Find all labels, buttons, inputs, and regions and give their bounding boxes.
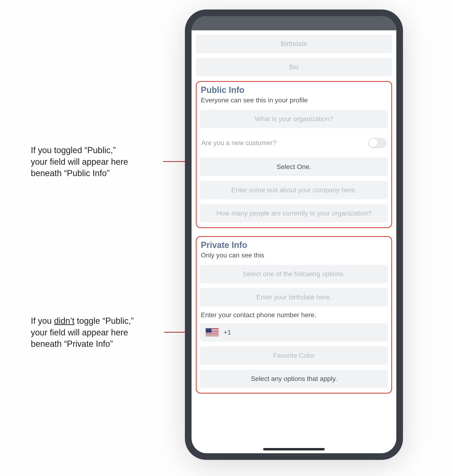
field-label: Select any options that apply. (251, 375, 337, 383)
private-info-subtitle: Only you can see this (200, 251, 388, 259)
annotation-text: your field will appear here (31, 328, 128, 337)
people-count-input[interactable]: How many people are currently in your or… (200, 204, 388, 223)
annotation-text: If you toggled “Public,” (31, 145, 116, 155)
field-label: Select One. (277, 163, 311, 171)
new-customer-row: Are you a new customer? (200, 133, 388, 153)
annotation-text: toggle “Public,” (74, 316, 134, 326)
private-info-title: Private Info (200, 240, 388, 250)
phone-label: Enter your contact phone number here. (200, 311, 388, 319)
annotation-public: If you toggled “Public,” your field will… (31, 145, 163, 179)
annotation-text: your field will appear here (31, 157, 128, 167)
private-info-section: Private Info Only you can see this Selec… (196, 236, 392, 393)
field-label: Birthdate (281, 40, 307, 48)
placeholder-text: Enter your birthdate here. (256, 293, 332, 301)
phone-screen: Birthdate Bio Public Info Everyone can s… (191, 16, 396, 453)
home-indicator (263, 448, 325, 450)
placeholder-text: What is your organization? (255, 115, 333, 123)
country-code: +1 (224, 328, 231, 336)
select-options-dropdown[interactable]: Select one of the following options. (200, 265, 388, 283)
phone-country-selector[interactable]: +1 (200, 323, 388, 341)
placeholder-text: How many people are currently in your or… (216, 210, 371, 217)
organization-input[interactable]: What is your organization? (200, 110, 388, 128)
screen-content: Birthdate Bio Public Info Everyone can s… (191, 30, 396, 453)
annotation-text: beneath “Public Info” (31, 168, 110, 178)
company-text-input[interactable]: Enter some text about your company here. (200, 181, 388, 199)
placeholder-text: Select one of the following options. (243, 270, 345, 278)
bio-field[interactable]: Bio (196, 58, 392, 76)
annotation-text: beneath “Private Info” (31, 339, 113, 349)
phone-frame: Birthdate Bio Public Info Everyone can s… (185, 9, 403, 460)
select-one-dropdown[interactable]: Select One. (200, 158, 388, 176)
public-info-section: Public Info Everyone can see this in you… (196, 81, 392, 228)
status-bar (191, 16, 396, 30)
select-apply-dropdown[interactable]: Select any options that apply. (200, 369, 388, 388)
placeholder-text: Enter some text about your company here. (231, 186, 356, 194)
placeholder-text: Favorite Color (273, 352, 315, 359)
us-flag-icon (205, 328, 219, 337)
birthdate-field[interactable]: Birthdate (196, 35, 392, 53)
birthdate-input[interactable]: Enter your birthdate here. (200, 288, 388, 306)
annotation-text: If you (31, 316, 54, 326)
favorite-color-input[interactable]: Favorite Color (200, 346, 388, 365)
toggle-label: Are you a new customer? (201, 139, 277, 147)
annotation-text-underlined: didn’t (54, 316, 74, 326)
field-label: Bio (289, 63, 299, 71)
public-info-subtitle: Everyone can see this in your profile (200, 97, 388, 104)
public-info-title: Public Info (200, 85, 388, 95)
phone-mockup: Birthdate Bio Public Info Everyone can s… (185, 9, 403, 460)
new-customer-toggle[interactable] (368, 138, 387, 148)
toggle-knob (369, 139, 378, 147)
annotation-private: If you didn’t toggle “Public,” your fiel… (31, 315, 163, 350)
